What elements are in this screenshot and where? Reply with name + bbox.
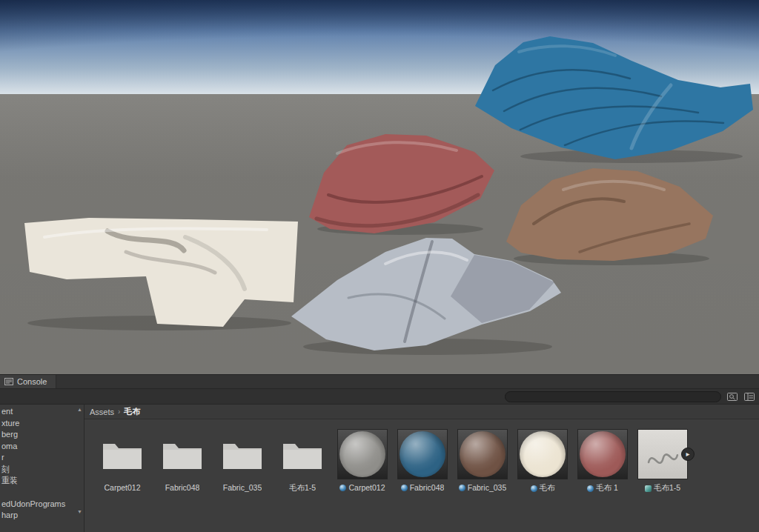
material-item[interactable]: 毛布 1 [576,429,629,493]
sidebar-item[interactable]: 刻 [0,464,84,476]
material-preview [397,429,448,479]
folder-icon [101,436,144,472]
material-icon [587,485,594,492]
tab-console[interactable]: Console [0,375,56,388]
sidebar-item[interactable]: berg [0,429,84,441]
scroll-down-arrow[interactable]: ▼ [77,509,82,515]
search-window-icon [727,392,738,401]
cloth-mesh-preview-icon [640,435,686,473]
scene-view[interactable] [0,0,759,374]
material-icon [531,485,537,492]
sidebar-item[interactable]: ent [0,406,84,418]
asset-label-text: 毛布 [540,483,555,493]
material-icon [401,485,408,491]
material-preview [457,429,508,479]
breadcrumb-current[interactable]: 毛布 [124,406,140,417]
folder-icon [221,436,264,472]
mesh-icon [645,485,652,492]
brown-fabric[interactable] [506,168,713,261]
material-sphere [580,431,626,477]
asset-label: Fabric048 [165,483,200,492]
scene-objects [0,0,759,374]
layout-columns-button[interactable] [742,390,757,403]
asset-label: Fabric_035 [459,483,507,492]
white-fabric[interactable] [24,218,298,327]
asset-label: 毛布 [531,483,555,493]
asset-label-text: 毛布1-5 [654,483,680,493]
console-tab-bar: Console [0,374,759,388]
folder-thumb [97,429,148,479]
sidebar-item[interactable]: oma [0,441,84,453]
asset-label-text: 毛布1-5 [289,483,316,493]
asset-label: 毛布 1 [587,483,618,493]
asset-label-text: Fabric_035 [223,483,262,492]
search-window-button[interactable] [725,390,740,403]
folder-thumb [157,429,208,479]
console-tab-label: Console [17,377,47,386]
breadcrumb: Assets › 毛布 [84,405,759,419]
material-item[interactable]: Carpet012 [336,429,389,492]
sidebar-item[interactable]: r [0,452,84,464]
sidebar-item[interactable]: 重装 [0,475,84,487]
material-sphere [520,431,566,477]
material-sphere [339,431,385,477]
material-preview [517,429,568,479]
breadcrumb-separator-icon: › [118,408,120,416]
folder-icon [161,436,204,472]
material-preview [577,429,628,479]
model-item[interactable]: ▸ 毛布1-5 [636,429,689,493]
asset-label: Carpet012 [104,483,140,492]
sidebar-item[interactable]: edUdonPrograms [0,499,84,511]
expand-subassets-button[interactable]: ▸ [681,448,695,461]
console-toolbar [0,388,759,404]
sidebar-item[interactable]: xture [0,418,84,430]
breadcrumb-assets[interactable]: Assets [90,408,114,416]
asset-label: 毛布1-5 [289,483,316,493]
material-item[interactable]: Fabric048 [396,429,449,492]
asset-label-text: 毛布 1 [596,483,618,493]
material-item[interactable]: 毛布 [516,429,569,493]
folder-item[interactable]: Fabric_035 [216,429,269,492]
asset-label-text: Carpet012 [104,483,140,492]
folder-item[interactable]: Carpet012 [96,429,149,492]
asset-label-text: Fabric_035 [468,483,507,492]
folder-thumb [217,429,268,479]
material-preview [337,429,388,479]
unity-editor-window: Console [0,0,759,532]
project-browser: ent xture berg oma r 刻 重装 edUdonPrograms… [0,404,759,532]
asset-label: 毛布1-5 [645,483,680,493]
red-fabric[interactable] [309,134,494,233]
gray-fabric[interactable] [291,238,561,350]
asset-grid: Carpet012 Fabric048 [84,419,759,493]
material-item[interactable]: Fabric_035 [456,429,509,492]
material-sphere [460,431,506,477]
folder-icon [281,436,324,472]
folder-item[interactable]: Fabric048 [156,429,209,492]
sidebar-gap [0,487,84,499]
asset-label: Fabric_035 [223,483,262,492]
asset-label-text: Fabric048 [410,483,445,492]
asset-label: Fabric048 [401,483,445,492]
project-sidebar[interactable]: ent xture berg oma r 刻 重装 edUdonPrograms… [0,405,84,532]
material-icon [339,485,346,491]
asset-label: Carpet012 [339,483,385,492]
blue-fabric[interactable] [475,36,753,159]
material-icon [459,485,465,491]
material-sphere [400,431,445,477]
asset-label-text: Carpet012 [348,483,385,492]
console-icon [4,378,13,385]
model-preview: ▸ [637,429,688,479]
folder-thumb [277,429,328,479]
sidebar-item[interactable]: harp [0,510,84,522]
console-search-input[interactable] [505,391,721,402]
search-field-wrap [505,391,721,402]
asset-label-text: Fabric048 [165,483,200,492]
folder-item[interactable]: 毛布1-5 [276,429,329,493]
layout-columns-icon [744,392,755,401]
project-main: Assets › 毛布 Carpet012 [84,405,759,532]
scroll-up-arrow[interactable]: ▲ [77,407,82,413]
